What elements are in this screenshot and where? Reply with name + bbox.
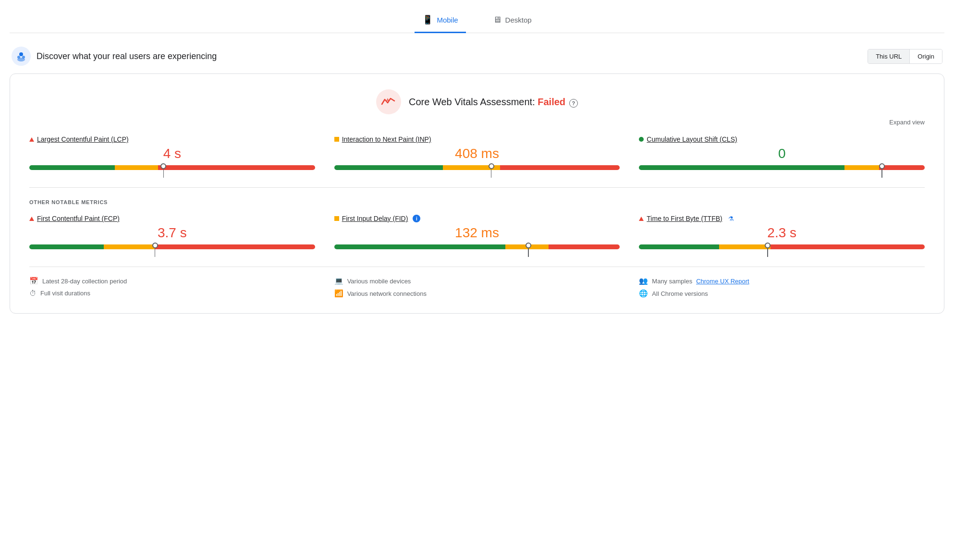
- fcp-bar-green: [29, 244, 104, 249]
- metric-lcp-label[interactable]: Largest Contentful Paint (LCP): [37, 135, 129, 143]
- timer-icon: ⏱: [29, 289, 37, 297]
- footer-collection-period-text: Latest 28-day collection period: [42, 278, 127, 285]
- section-divider: [29, 187, 925, 188]
- fcp-bar-orange: [104, 244, 155, 249]
- cls-bar-red: [879, 165, 925, 170]
- metric-ttfb-label-row: Time to First Byte (TTFB) ⚗: [639, 215, 925, 222]
- metric-ttfb: Time to First Byte (TTFB) ⚗ 2.3 s: [639, 215, 925, 251]
- metric-cls-label-row: Cumulative Layout Shift (CLS): [639, 135, 925, 143]
- header-left: Discover what your real users are experi…: [12, 47, 217, 66]
- footer-item-collection-period: 📅 Latest 28-day collection period: [29, 277, 315, 285]
- metric-inp-value: 408 ms: [334, 146, 620, 161]
- metric-fcp-label-row: First Contentful Paint (FCP): [29, 215, 315, 222]
- metric-inp-bar: [334, 165, 620, 170]
- metric-lcp-bar: [29, 165, 315, 170]
- url-toggle-this-url[interactable]: This URL: [868, 49, 910, 63]
- tab-desktop-label: Desktop: [505, 16, 532, 24]
- inp-bar-red: [500, 165, 620, 170]
- footer-chrome-versions-text: All Chrome versions: [652, 290, 708, 297]
- metric-ttfb-label[interactable]: Time to First Byte (TTFB): [647, 215, 722, 222]
- fid-marker: [526, 243, 531, 257]
- footer-item-samples: 👥 Many samples Chrome UX Report: [639, 277, 925, 285]
- footer-info: 📅 Latest 28-day collection period ⏱ Full…: [29, 267, 925, 298]
- footer-mobile-devices-text: Various mobile devices: [347, 278, 411, 285]
- cls-status-icon: [639, 136, 644, 143]
- assessment-title: Core Web Vitals Assessment: Failed ?: [409, 97, 578, 108]
- metric-cls: Cumulative Layout Shift (CLS) 0: [639, 135, 925, 172]
- metric-cls-label[interactable]: Cumulative Layout Shift (CLS): [647, 135, 737, 143]
- metric-fcp-label[interactable]: First Contentful Paint (FCP): [37, 215, 120, 222]
- metric-fid: First Input Delay (FID) i 132 ms: [334, 215, 620, 251]
- lcp-status-icon: [29, 136, 34, 143]
- ttfb-status-icon: [639, 215, 644, 222]
- mobile-icon: 📱: [422, 14, 433, 25]
- metric-cls-value: 0: [639, 146, 925, 161]
- metric-ttfb-bar: [639, 244, 925, 249]
- header-avatar: [12, 47, 31, 66]
- assessment-title-prefix: Core Web Vitals Assessment:: [409, 97, 538, 107]
- devices-icon: 💻: [334, 277, 343, 285]
- fcp-marker: [152, 243, 158, 257]
- metric-fid-label[interactable]: First Input Delay (FID): [342, 215, 408, 222]
- metric-lcp-value: 4 s: [29, 146, 315, 161]
- metric-inp-label[interactable]: Interaction to Next Paint (INP): [342, 135, 431, 143]
- url-toggle-origin[interactable]: Origin: [910, 49, 942, 63]
- footer-item-mobile-devices: 💻 Various mobile devices: [334, 277, 620, 285]
- ttfb-marker: [765, 243, 771, 257]
- metric-inp: Interaction to Next Paint (INP) 408 ms: [334, 135, 620, 172]
- network-icon: 📶: [334, 289, 343, 298]
- assessment-icon: [376, 89, 401, 114]
- other-metrics-label: OTHER NOTABLE METRICS: [29, 199, 925, 205]
- page-title: Discover what your real users are experi…: [37, 51, 217, 61]
- fcp-status-icon: [29, 215, 34, 222]
- fcp-bar-red: [155, 244, 315, 249]
- ttfb-bar-green: [639, 244, 719, 249]
- expand-view-link[interactable]: Expand view: [889, 119, 925, 126]
- ttfb-bar-orange: [719, 244, 771, 249]
- lcp-bar-green: [29, 165, 115, 170]
- metric-cls-bar: [639, 165, 925, 170]
- footer-left: 📅 Latest 28-day collection period ⏱ Full…: [29, 277, 315, 298]
- footer-center: 💻 Various mobile devices 📶 Various netwo…: [334, 277, 620, 298]
- svg-marker-4: [386, 98, 389, 101]
- inp-bar-green: [334, 165, 443, 170]
- core-metrics-grid: Largest Contentful Paint (LCP) 4 s: [29, 135, 925, 172]
- fid-info-icon[interactable]: i: [413, 215, 420, 222]
- footer-visit-durations-text: Full visit durations: [40, 290, 90, 297]
- assessment-header: Core Web Vitals Assessment: Failed ?: [29, 89, 925, 114]
- ttfb-experiment-icon[interactable]: ⚗: [727, 215, 735, 222]
- footer-right: 👥 Many samples Chrome UX Report 🌐 All Ch…: [639, 277, 925, 298]
- footer-item-visit-durations: ⏱ Full visit durations: [29, 289, 315, 297]
- calendar-icon: 📅: [29, 277, 38, 285]
- metric-inp-label-row: Interaction to Next Paint (INP): [334, 135, 620, 143]
- metric-fid-label-row: First Input Delay (FID) i: [334, 215, 620, 222]
- other-metrics-grid: First Contentful Paint (FCP) 3.7 s: [29, 215, 925, 251]
- header-bar: Discover what your real users are experi…: [10, 47, 944, 66]
- chrome-icon: 🌐: [639, 289, 648, 298]
- metric-fid-value: 132 ms: [334, 225, 620, 241]
- metric-fcp: First Contentful Paint (FCP) 3.7 s: [29, 215, 315, 251]
- svg-point-0: [19, 52, 23, 56]
- inp-marker: [489, 163, 494, 178]
- svg-point-3: [22, 56, 25, 59]
- inp-status-icon: [334, 136, 339, 143]
- lcp-bar-red: [158, 165, 315, 170]
- footer-item-network: 📶 Various network connections: [334, 289, 620, 298]
- metric-fid-bar: [334, 244, 620, 249]
- svg-point-2: [17, 56, 20, 59]
- tab-desktop[interactable]: 🖥 Desktop: [485, 10, 539, 33]
- lcp-marker: [160, 163, 166, 178]
- metric-ttfb-value: 2.3 s: [639, 225, 925, 241]
- tab-mobile[interactable]: 📱 Mobile: [415, 10, 465, 33]
- expand-view: Expand view: [29, 118, 925, 126]
- cls-bar-green: [639, 165, 844, 170]
- assessment-status: Failed: [538, 97, 565, 107]
- help-icon[interactable]: ?: [569, 99, 578, 108]
- ttfb-bar-red: [771, 244, 925, 249]
- metric-fcp-bar: [29, 244, 315, 249]
- fid-bar-red: [549, 244, 620, 249]
- footer-network-text: Various network connections: [347, 290, 427, 297]
- chrome-ux-report-link[interactable]: Chrome UX Report: [696, 278, 749, 285]
- tab-mobile-label: Mobile: [437, 16, 458, 24]
- metric-fcp-value: 3.7 s: [29, 225, 315, 241]
